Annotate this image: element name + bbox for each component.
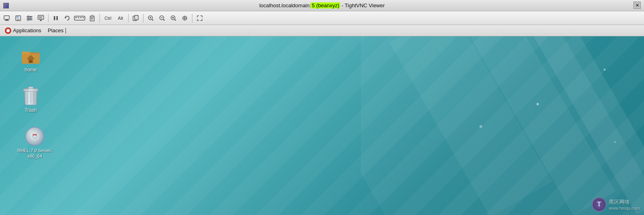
svg-rect-18 [57,16,58,20]
zoom-in-btn[interactable] [146,13,156,23]
trash-desktop-icon[interactable]: Trash [15,85,47,115]
svg-line-52 [34,93,34,103]
title-highlighted: 5 (beanxyz) [311,2,340,8]
zoom-100-btn[interactable] [168,13,179,23]
home-icon-image [21,46,40,65]
dvd-icon-label: RHEL-7.0 Server.x86_64 [17,148,52,159]
ctrl-btn[interactable]: Ctrl [102,13,114,23]
desktop-background [0,36,644,215]
svg-marker-19 [65,17,67,19]
home-icon-label: home [25,67,37,73]
svg-point-10 [30,17,31,19]
watermark-url: www.heiqu.com [609,206,640,211]
info-btn[interactable] [36,13,46,23]
options-btn[interactable] [24,13,35,23]
svg-rect-5 [17,19,19,20]
svg-point-40 [172,17,174,19]
cursor-caret [65,28,66,33]
watermark-icon [592,197,606,212]
clipboard-btn[interactable] [87,13,97,23]
title-bar: localhost.localdomain:5 (beanxyz) - Tigh… [0,0,644,11]
svg-rect-17 [54,16,55,20]
zoom-out-btn[interactable] [157,13,167,23]
dvd-desktop-icon[interactable]: DVD RHEL-7.0 Server.x86_64 [15,125,55,161]
svg-rect-22 [78,17,79,18]
svg-point-9 [27,16,29,17]
save-btn[interactable] [13,13,23,23]
svg-rect-23 [80,17,82,18]
applications-menu-icon [5,27,11,34]
toolbar: Ctrl Alt [0,11,644,25]
svg-line-51 [27,93,28,103]
places-menu-label: Places [48,27,63,33]
watermark-text: 黑区网络 www.heiqu.com [609,198,640,211]
window-icon [3,3,9,8]
trash-icon-label: Trash [25,107,37,114]
home-desktop-icon[interactable]: home [15,44,47,75]
svg-rect-2 [5,20,9,21]
applications-menu-label: Applications [13,27,41,33]
svg-rect-0 [4,16,9,19]
refresh-btn[interactable] [62,13,72,23]
svg-point-11 [27,19,29,21]
svg-rect-31 [135,15,138,20]
svg-rect-24 [82,17,84,18]
desktop[interactable]: home [0,36,644,215]
close-button[interactable]: ✕ [633,2,641,9]
trash-icon-image [21,86,40,106]
title-suffix: - TightVNC Viewer [340,2,384,8]
applications-menu[interactable]: Applications [2,26,44,35]
title-prefix: localhost.localdomain: [259,2,311,8]
alt-label: Alt [117,16,124,21]
svg-line-41 [175,19,176,21]
watermark: 黑区网络 www.heiqu.com [592,197,640,212]
svg-text:DVD: DVD [33,134,37,136]
menubar: Applications Places [0,25,644,36]
svg-rect-21 [75,17,77,18]
svg-line-35 [152,19,153,21]
new-connection-btn[interactable] [2,13,12,23]
svg-rect-4 [17,16,19,18]
zoom-fit-btn[interactable] [179,13,190,23]
svg-rect-26 [91,15,93,17]
fullscreen-btn[interactable] [194,13,205,23]
svg-rect-49 [23,89,38,92]
sep3 [128,14,129,23]
pause-btn[interactable] [51,13,61,23]
svg-rect-1 [6,19,8,20]
svg-line-38 [163,19,165,21]
dvd-icon-image: DVD [25,127,44,146]
keys-btn[interactable] [73,13,86,23]
sep4 [143,14,144,23]
sep5 [192,14,192,23]
sep1 [48,14,49,23]
sep2 [99,14,100,23]
copy-text-btn[interactable] [131,13,141,23]
svg-rect-47 [30,60,32,63]
ctrl-label: Ctrl [103,16,112,21]
alt-btn[interactable]: Alt [115,13,126,23]
places-menu[interactable]: Places [44,26,69,35]
watermark-site: 黑区网络 [609,198,640,206]
window-title: localhost.localdomain:5 (beanxyz) - Tigh… [259,2,384,8]
